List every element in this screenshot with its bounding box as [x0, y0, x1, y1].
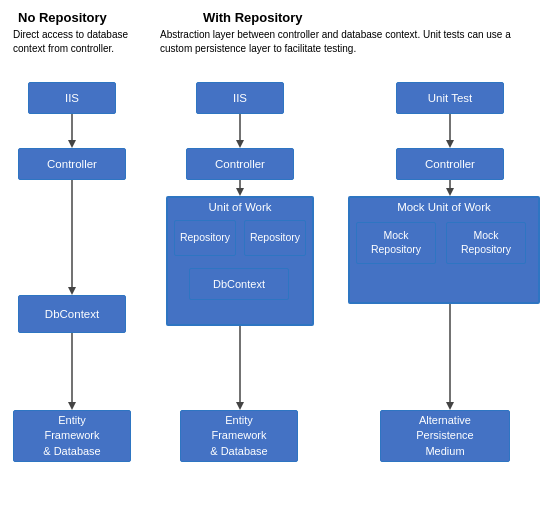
- no-repo-title: No Repository: [18, 10, 107, 25]
- col2-iis: IIS: [196, 82, 284, 114]
- col2-repo2: Repository: [244, 220, 306, 256]
- col3-unit-test: Unit Test: [396, 82, 504, 114]
- col1-dbcontext: DbContext: [18, 295, 126, 333]
- full-layout: No Repository With Repository Direct acc…: [8, 10, 535, 500]
- col1-iis: IIS: [28, 82, 116, 114]
- col3-alt: AlternativePersistenceMedium: [380, 410, 510, 462]
- svg-marker-15: [446, 188, 454, 196]
- svg-marker-1: [68, 140, 76, 148]
- col3-controller: Controller: [396, 148, 504, 180]
- col1-controller: Controller: [18, 148, 126, 180]
- col3-mock-repo1: MockRepository: [356, 222, 436, 264]
- col2-ef: EntityFramework& Database: [180, 410, 298, 462]
- col2-uow-label: Unit of Work: [172, 201, 308, 213]
- col3-mock-uow-label: Mock Unit of Work: [353, 201, 535, 213]
- with-repo-title: With Repository: [203, 10, 303, 25]
- col2-uow-box: [166, 196, 314, 326]
- svg-marker-11: [236, 402, 244, 410]
- col1-ef: EntityFramework& Database: [13, 410, 131, 462]
- col3-mock-repo2: MockRepository: [446, 222, 526, 264]
- no-repo-desc: Direct access to database context from c…: [13, 28, 133, 55]
- col2-repo1: Repository: [174, 220, 236, 256]
- svg-marker-13: [446, 140, 454, 148]
- diagram-container: No Repository With Repository Direct acc…: [0, 0, 543, 526]
- svg-marker-9: [236, 188, 244, 196]
- col2-controller: Controller: [186, 148, 294, 180]
- svg-marker-17: [446, 402, 454, 410]
- svg-marker-3: [68, 287, 76, 295]
- col2-dbcontext: DbContext: [189, 268, 289, 300]
- svg-marker-7: [236, 140, 244, 148]
- svg-marker-5: [68, 402, 76, 410]
- with-repo-desc: Abstraction layer between controller and…: [160, 28, 528, 55]
